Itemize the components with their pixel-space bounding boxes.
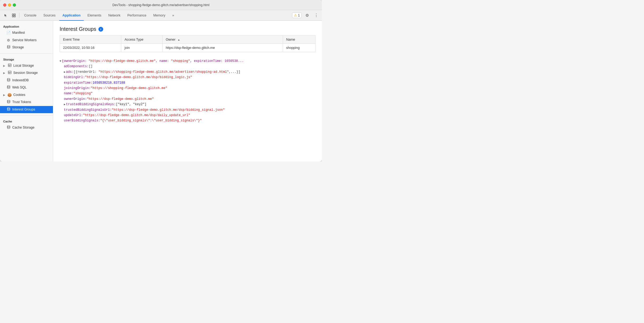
sidebar-label-cache-storage: Cache Storage	[12, 125, 34, 130]
sidebar-section-storage: Storage	[0, 56, 53, 62]
storage-icon-svg	[7, 45, 10, 49]
traffic-lights	[3, 3, 16, 7]
sidebar: Application 📄 Manifest ⚙ Service Workers…	[0, 21, 53, 162]
devtools-window: DevTools - shopping-fledge-demo.glitch.m…	[0, 0, 322, 162]
tab-performance[interactable]: Performance	[124, 10, 150, 21]
more-options-button[interactable]: ⋮	[312, 12, 320, 19]
tab-console[interactable]: Console	[21, 10, 40, 21]
maximize-button[interactable]	[13, 3, 16, 7]
expand-arrow-icon-2: ▶	[3, 71, 5, 75]
json-key-trustedbiddingkeys: trustedBiddingSignalsKeys:	[66, 102, 116, 107]
warning-icon: ⚠	[294, 13, 297, 17]
table-icon-2	[7, 70, 12, 76]
table-icon-svg	[8, 63, 11, 67]
col-header-event-time[interactable]: Event Time	[60, 36, 121, 44]
gear-icon: ⚙	[305, 13, 309, 18]
sidebar-item-web-sql[interactable]: Web SQL	[0, 84, 53, 91]
json-line-biddingurl: biddingUrl: "https://dsp-fledge-demo.gli…	[60, 75, 315, 80]
json-value-joiningorigin: "https://shopping-fledge-demo.glitch.me"	[91, 86, 167, 91]
svg-point-14	[7, 86, 10, 87]
sidebar-label-web-sql: Web SQL	[12, 85, 27, 90]
col-header-name[interactable]: Name	[283, 36, 315, 44]
gear-icon: ⚙	[6, 38, 11, 43]
json-key-ownerorigin: ownerOrigin:	[64, 96, 87, 102]
ellipsis-icon: ⋮	[314, 13, 318, 18]
ig-icon-svg	[7, 107, 10, 111]
tab-network[interactable]: Network	[105, 10, 124, 21]
json-value-name: "shopping"	[73, 91, 93, 96]
sidebar-sep-1	[0, 53, 53, 54]
json-root-comma2: , expirationTime: 1650538...	[190, 59, 244, 63]
json-line-ads[interactable]: ads: [{renderUrl: "https://shopping-fled…	[60, 69, 315, 75]
indexeddb-icon	[6, 78, 11, 83]
json-value-ads: [{renderUrl: "https://shopping-fledge-de…	[74, 69, 240, 75]
tbsk-expand-triangle[interactable]	[64, 102, 65, 107]
inspect-icon	[12, 14, 16, 17]
json-value-userbiddingsignals: "{\"user_bidding_signals\":\"user_biddin…	[100, 118, 202, 123]
warning-count: 1	[298, 14, 300, 17]
sidebar-label-storage: Storage	[12, 45, 24, 50]
sidebar-section-cache: Cache	[0, 118, 53, 124]
table-icon	[7, 63, 12, 69]
sidebar-item-storage[interactable]: Storage	[0, 44, 53, 51]
svg-rect-1	[14, 14, 15, 15]
json-root-key: {ownerOrigin:	[62, 59, 89, 63]
sidebar-label-interest-groups: Interest Groups	[12, 107, 35, 112]
json-value-updateurl: "https://dsp-fledge-demo.glitch.me/dsp/d…	[83, 113, 190, 118]
expand-arrow-icon: ▶	[3, 64, 5, 68]
sidebar-item-indexeddb[interactable]: IndexedDB	[0, 77, 53, 84]
json-root-content: {ownerOrigin: "https://dsp-fledge-demo.g…	[62, 58, 244, 64]
cell-event-time: 22/03/2022, 10:50:16	[60, 44, 121, 52]
minimize-button[interactable]	[8, 3, 11, 7]
col-header-owner[interactable]: Owner ▲	[162, 36, 283, 44]
sort-arrow-icon: ▲	[177, 38, 180, 41]
settings-button[interactable]: ⚙	[303, 12, 311, 19]
warning-badge[interactable]: ⚠ 1	[292, 12, 302, 18]
close-button[interactable]	[3, 3, 6, 7]
cursor-icon-button[interactable]	[2, 12, 10, 19]
svg-rect-2	[12, 16, 14, 17]
tab-elements[interactable]: Elements	[84, 10, 105, 21]
json-line-joiningorigin: joiningOrigin: "https://shopping-fledge-…	[60, 86, 315, 91]
sidebar-item-cookies[interactable]: ▶ 🍪 Cookies	[0, 91, 53, 99]
svg-rect-0	[12, 14, 14, 15]
toolbar-right: ⚠ 1 ⚙ ⋮	[292, 12, 320, 19]
table-row[interactable]: 22/03/2022, 10:50:16 join https://dsp-fl…	[60, 44, 315, 52]
sidebar-item-service-workers[interactable]: ⚙ Service Workers	[0, 37, 53, 44]
json-line-trustedbiddingurl: trustedBiddingSignalsUrl: "https://dsp-f…	[60, 107, 315, 113]
tab-more[interactable]: »	[169, 10, 177, 21]
cursor-icon	[4, 14, 8, 17]
sidebar-item-manifest[interactable]: 📄 Manifest	[0, 29, 53, 37]
main-content: Application 📄 Manifest ⚙ Service Workers…	[0, 21, 322, 162]
json-value-biddingurl: "https://dsp-fledge-demo.glitch.me/dsp/b…	[85, 75, 192, 80]
cache-icon-svg	[7, 125, 10, 129]
trust-tokens-icon	[6, 100, 11, 105]
root-expand-triangle[interactable]	[60, 59, 61, 63]
json-line-trustedbiddingkeys[interactable]: trustedBiddingSignalsKeys: ["key1", "key…	[60, 102, 315, 107]
sidebar-label-local-storage: Local Storage	[13, 63, 34, 68]
table-icon-svg-2	[8, 71, 11, 74]
sidebar-item-cache-storage[interactable]: Cache Storage	[0, 124, 53, 131]
sidebar-item-trust-tokens[interactable]: Trust Tokens	[0, 99, 53, 106]
json-line-userbiddingsignals: userBiddingSignals: "{\"user_bidding_sig…	[60, 118, 315, 123]
sidebar-label-manifest: Manifest	[12, 30, 25, 35]
ads-expand-triangle[interactable]	[64, 70, 65, 74]
cell-access-type: join	[121, 44, 163, 52]
websql-icon-svg	[7, 85, 10, 89]
json-value-expiration: 1650538216.837188	[93, 80, 125, 86]
json-root-line[interactable]: {ownerOrigin: "https://dsp-fledge-demo.g…	[60, 58, 315, 64]
tab-memory[interactable]: Memory	[150, 10, 168, 21]
svg-point-17	[7, 126, 10, 127]
inspect-icon-button[interactable]	[10, 12, 18, 19]
tab-sources[interactable]: Sources	[40, 10, 59, 21]
svg-rect-5	[8, 64, 11, 67]
sidebar-section-application: Application	[0, 23, 53, 29]
col-header-access-type[interactable]: Access Type	[121, 36, 163, 44]
svg-rect-9	[8, 71, 11, 74]
sidebar-label-service-workers: Service Workers	[12, 38, 36, 43]
info-icon[interactable]: i	[98, 27, 103, 32]
sidebar-item-local-storage[interactable]: ▶ Local Storage	[0, 62, 53, 70]
sidebar-item-session-storage[interactable]: ▶ Session Storage	[0, 69, 53, 77]
sidebar-item-interest-groups[interactable]: Interest Groups	[0, 106, 53, 113]
tab-application[interactable]: Application	[59, 10, 84, 21]
